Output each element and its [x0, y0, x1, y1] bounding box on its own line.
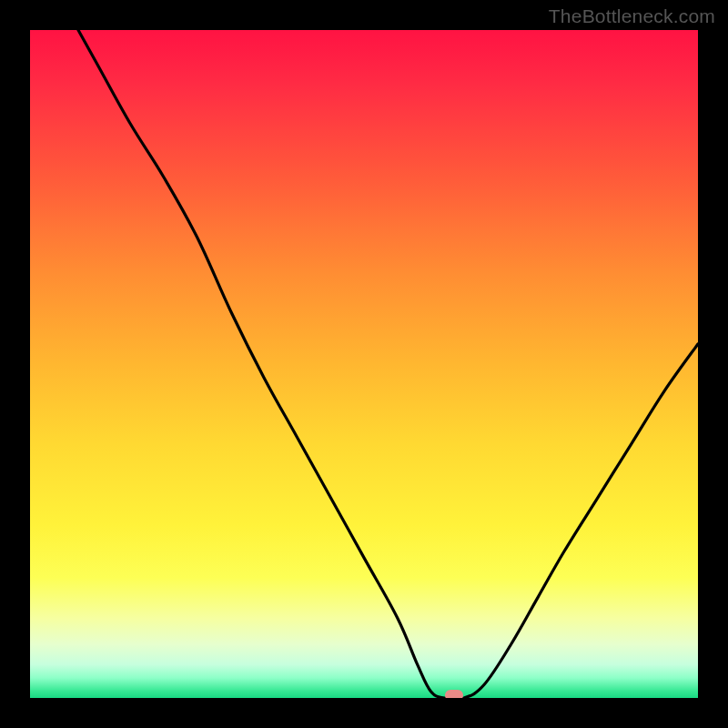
chart-frame: TheBottleneck.com	[0, 0, 728, 728]
bottleneck-curve	[30, 30, 698, 698]
minimum-marker	[445, 690, 463, 698]
watermark-text: TheBottleneck.com	[549, 5, 715, 27]
plot-area	[30, 30, 698, 698]
curve-path	[30, 30, 698, 698]
